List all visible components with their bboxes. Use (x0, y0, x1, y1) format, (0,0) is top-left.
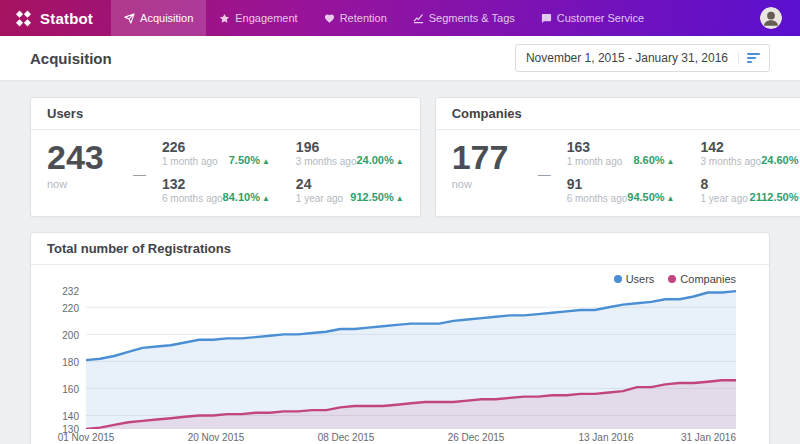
y-tick-label: 200 (62, 329, 79, 340)
star-icon (219, 13, 230, 24)
separator-dash: — (538, 167, 551, 182)
x-tick-label: 08 Dec 2015 (318, 432, 375, 443)
stat-cards-row: Users 243 now — 226 1 month ago 7.50%▲ 1… (30, 97, 770, 217)
stat-label: 1 month ago (567, 156, 623, 167)
companies-card: Companies 177 now — 163 1 month ago 8.60… (435, 97, 800, 217)
nav-item-acquisition[interactable]: Acquisition (111, 0, 206, 36)
card-title: Companies (436, 98, 800, 130)
y-tick-label: 232 (62, 286, 79, 297)
legend-dot-icon (614, 275, 622, 283)
stat-label: 1 year ago (701, 193, 748, 204)
nav-item-label: Engagement (235, 12, 297, 24)
stat-value: 91 (567, 176, 628, 192)
stat-value: 132 (162, 176, 223, 192)
stats-grid: 226 1 month ago 7.50%▲ 196 3 months ago … (162, 139, 404, 204)
heart-icon (324, 13, 335, 24)
nav-item-engagement[interactable]: Engagement (206, 0, 310, 36)
nav-item-label: Segments & Tags (429, 12, 515, 24)
brand-name: Statbot (40, 10, 93, 27)
y-tick-label: 180 (62, 356, 79, 367)
nav-item-retention[interactable]: Retention (311, 0, 400, 36)
date-range-value: November 1, 2015 - January 31, 2016 (516, 51, 738, 65)
current-value: 177 (452, 139, 538, 176)
stat-value: 226 (162, 139, 218, 155)
x-tick-label: 20 Nov 2015 (188, 432, 245, 443)
nav-item-label: Retention (340, 12, 387, 24)
chart-body: UsersCompanies 232220200180160140130 01 … (31, 265, 769, 444)
filter-icon[interactable] (738, 53, 769, 63)
stat-value: 196 (296, 139, 357, 155)
users-card: Users 243 now — 226 1 month ago 7.50%▲ 1… (30, 97, 421, 217)
separator-dash: — (133, 167, 146, 182)
current-stat: 243 now (47, 139, 133, 204)
stat-delta: 94.50%▲ (627, 191, 674, 204)
legend-item-users[interactable]: Users (614, 273, 655, 285)
nav-item-customer-service[interactable]: Customer Service (528, 0, 657, 36)
legend-item-companies[interactable]: Companies (668, 273, 736, 285)
stat-item: 163 1 month ago 8.60%▲ (567, 139, 675, 167)
page-title: Acquisition (30, 50, 112, 67)
chart-title: Total number of Registrations (31, 233, 769, 265)
stat-label: 6 months ago (162, 193, 223, 204)
brand[interactable]: Statbot (0, 0, 111, 36)
main-nav: Acquisition Engagement Retention Segment… (111, 0, 750, 36)
current-label: now (452, 178, 538, 190)
trend-up-icon: ▲ (262, 157, 270, 166)
card-title: Users (31, 98, 420, 130)
current-label: now (47, 178, 133, 190)
plot-area[interactable]: 232220200180160140130 (86, 283, 736, 429)
stat-delta: 8.60%▲ (633, 154, 674, 167)
current-stat: 177 now (452, 139, 538, 204)
chart-legend: UsersCompanies (614, 273, 736, 285)
legend-dot-icon (668, 275, 676, 283)
stat-item: 142 3 months ago 24.60%▲ (701, 139, 800, 167)
y-tick-label: 140 (62, 410, 79, 421)
stat-delta: 24.60%▲ (761, 154, 800, 167)
trend-up-icon: ▲ (262, 194, 270, 203)
registrations-chart-card: Total number of Registrations UsersCompa… (30, 232, 770, 444)
current-value: 243 (47, 139, 133, 176)
user-avatar[interactable] (760, 7, 782, 29)
card-body: 177 now — 163 1 month ago 8.60%▲ 142 3 m… (436, 130, 800, 216)
nav-item-label: Customer Service (557, 12, 644, 24)
main-content: Users 243 now — 226 1 month ago 7.50%▲ 1… (0, 80, 800, 444)
top-nav: Statbot Acquisition Engagement Retention… (0, 0, 800, 36)
x-axis-labels: 01 Nov 201520 Nov 201508 Dec 201526 Dec … (86, 432, 736, 444)
trend-up-icon: ▲ (667, 194, 675, 203)
date-range-picker[interactable]: November 1, 2015 - January 31, 2016 (515, 44, 770, 72)
trend-up-icon: ▲ (667, 157, 675, 166)
line-chart-icon (413, 13, 424, 24)
x-tick-label: 26 Dec 2015 (448, 432, 505, 443)
stat-delta: 24.00%▲ (356, 154, 403, 167)
avatar-image (760, 7, 782, 29)
nav-item-label: Acquisition (140, 12, 193, 24)
stat-delta: 84.10%▲ (223, 191, 270, 204)
stat-label: 3 months ago (701, 156, 762, 167)
x-tick-label: 01 Nov 2015 (58, 432, 115, 443)
stat-item: 196 3 months ago 24.00%▲ (296, 139, 404, 167)
stat-value: 163 (567, 139, 623, 155)
stat-label: 1 year ago (296, 193, 343, 204)
stat-value: 142 (701, 139, 762, 155)
paper-plane-icon (124, 13, 135, 24)
stat-value: 24 (296, 176, 343, 192)
stat-item: 91 6 months ago 94.50%▲ (567, 176, 675, 204)
nav-item-segments-tags[interactable]: Segments & Tags (400, 0, 528, 36)
trend-up-icon: ▲ (396, 157, 404, 166)
trend-up-icon: ▲ (396, 194, 404, 203)
page-header: Acquisition November 1, 2015 - January 3… (0, 36, 800, 80)
chat-bubble-icon (541, 13, 552, 24)
stat-item: 8 1 year ago 2112.50%▲ (701, 176, 800, 204)
x-tick-label: 13 Jan 2016 (578, 432, 633, 443)
stat-value: 8 (701, 176, 748, 192)
card-body: 243 now — 226 1 month ago 7.50%▲ 196 3 m… (31, 130, 420, 216)
stat-delta: 912.50%▲ (350, 191, 403, 204)
stat-delta: 2112.50%▲ (750, 191, 800, 204)
x-tick-label: 31 Jan 2016 (681, 432, 736, 443)
stat-item: 226 1 month ago 7.50%▲ (162, 139, 270, 167)
y-tick-label: 160 (62, 383, 79, 394)
stat-item: 24 1 year ago 912.50%▲ (296, 176, 404, 204)
stat-delta: 7.50%▲ (229, 154, 270, 167)
stats-grid: 163 1 month ago 8.60%▲ 142 3 months ago … (567, 139, 800, 204)
stat-item: 132 6 months ago 84.10%▲ (162, 176, 270, 204)
